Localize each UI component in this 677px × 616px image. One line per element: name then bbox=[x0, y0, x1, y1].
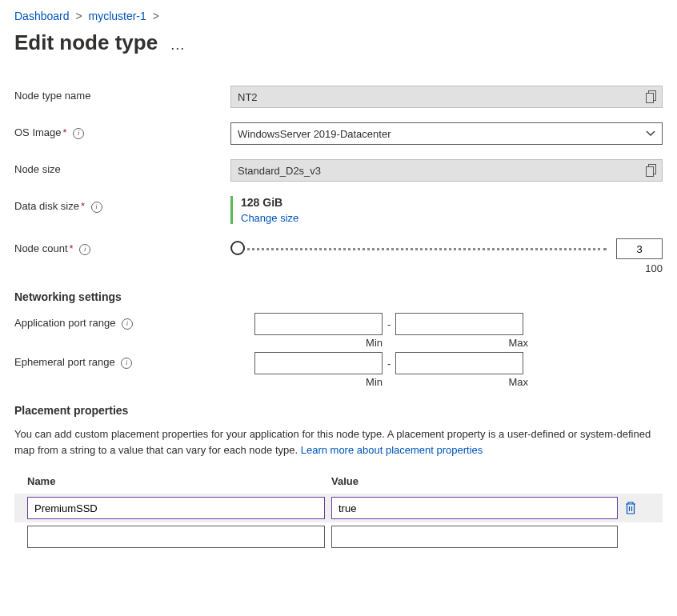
trash-icon[interactable] bbox=[624, 501, 637, 515]
node-size-value: Standard_D2s_v3 bbox=[238, 165, 321, 177]
placement-value-input-empty[interactable] bbox=[331, 526, 618, 548]
range-dash: - bbox=[387, 318, 391, 330]
info-icon[interactable]: i bbox=[121, 358, 132, 369]
placement-table: Name Value bbox=[14, 475, 663, 551]
os-image-select[interactable]: WindowsServer 2019-Datacenter bbox=[230, 122, 663, 145]
label-node-type-name: Node type name bbox=[14, 86, 230, 102]
data-disk-block: 128 GiB Change size bbox=[230, 196, 663, 224]
os-image-value: WindowsServer 2019-Datacenter bbox=[238, 128, 391, 140]
copy-icon[interactable] bbox=[646, 90, 657, 103]
slider-thumb[interactable] bbox=[230, 241, 245, 255]
placement-row bbox=[14, 494, 663, 522]
change-size-link[interactable]: Change size bbox=[241, 212, 298, 224]
label-os-image: OS Image* i bbox=[14, 122, 230, 139]
data-disk-value: 128 GiB bbox=[241, 196, 663, 209]
copy-icon[interactable] bbox=[646, 164, 657, 177]
breadcrumb-dashboard[interactable]: Dashboard bbox=[14, 10, 70, 22]
required-indicator: * bbox=[63, 126, 67, 138]
eph-port-min-input[interactable] bbox=[254, 352, 383, 374]
node-count-slider[interactable] bbox=[230, 241, 607, 257]
placement-description: You can add custom placement properties … bbox=[14, 426, 663, 458]
svg-rect-1 bbox=[647, 94, 654, 103]
breadcrumb-cluster[interactable]: mycluster-1 bbox=[88, 10, 146, 22]
placement-name-input-empty[interactable] bbox=[27, 526, 325, 548]
node-type-name-value: NT2 bbox=[238, 91, 258, 103]
info-icon[interactable]: i bbox=[73, 128, 84, 139]
label-node-count: Node count* i bbox=[14, 238, 230, 255]
svg-rect-3 bbox=[647, 167, 654, 177]
required-indicator: * bbox=[70, 242, 74, 254]
range-dash: - bbox=[387, 358, 391, 370]
chevron-down-icon bbox=[646, 130, 655, 137]
placement-learn-more-link[interactable]: Learn more about placement properties bbox=[301, 444, 483, 456]
node-size-field: Standard_D2s_v3 bbox=[230, 159, 663, 182]
placement-col-value: Value bbox=[331, 475, 650, 487]
info-icon[interactable]: i bbox=[122, 318, 133, 330]
label-node-size: Node size bbox=[14, 159, 230, 175]
chevron-right-icon: > bbox=[153, 10, 159, 22]
breadcrumb: Dashboard > mycluster-1 > bbox=[14, 10, 663, 22]
node-type-name-field: NT2 bbox=[230, 86, 663, 108]
networking-heading: Networking settings bbox=[14, 290, 663, 303]
placement-col-name: Name bbox=[27, 475, 331, 487]
placement-value-input[interactable] bbox=[331, 497, 618, 519]
eph-port-max-input[interactable] bbox=[395, 352, 523, 374]
eph-port-max-label: Max bbox=[400, 376, 528, 388]
app-port-min-input[interactable] bbox=[254, 313, 383, 335]
chevron-right-icon: > bbox=[75, 10, 82, 22]
slider-track-line bbox=[242, 248, 607, 250]
label-data-disk-size: Data disk size* i bbox=[14, 196, 230, 213]
label-app-port-range: Application port range i bbox=[14, 313, 254, 330]
placement-name-input[interactable] bbox=[27, 497, 325, 519]
info-icon[interactable]: i bbox=[91, 202, 102, 213]
node-count-input[interactable] bbox=[616, 238, 663, 259]
app-port-min-label: Min bbox=[254, 337, 383, 349]
label-eph-port-range: Ephemeral port range i bbox=[14, 352, 254, 369]
app-port-max-input[interactable] bbox=[395, 313, 523, 335]
eph-port-min-label: Min bbox=[254, 376, 383, 388]
page-title: Edit node type bbox=[14, 30, 158, 55]
required-indicator: * bbox=[81, 200, 85, 212]
info-icon[interactable]: i bbox=[79, 244, 90, 255]
app-port-max-label: Max bbox=[400, 337, 528, 349]
more-actions-button[interactable]: ··· bbox=[170, 40, 185, 73]
node-count-max: 100 bbox=[230, 262, 663, 274]
placement-heading: Placement properties bbox=[14, 404, 663, 417]
placement-row-empty bbox=[14, 522, 663, 551]
